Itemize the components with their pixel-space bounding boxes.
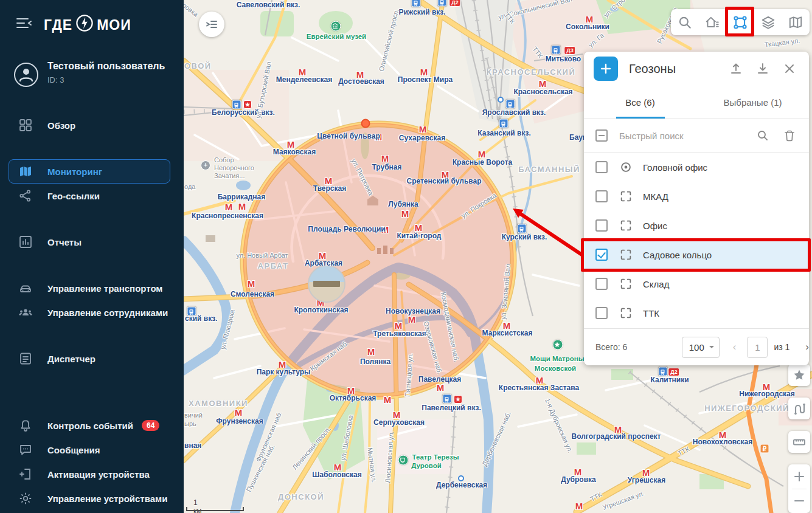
map-label: Московской <box>535 365 576 372</box>
page-size-select[interactable]: 100 <box>682 337 720 358</box>
avatar[interactable] <box>13 62 39 88</box>
map-label: Маяковская <box>273 148 316 156</box>
sidebar-item-5[interactable]: Управление транспортом <box>0 276 184 300</box>
metro-icon: М <box>238 201 246 212</box>
chat-icon <box>18 442 33 457</box>
sidebar-item-3[interactable]: Гео-ссылки <box>0 184 184 208</box>
map-label: Полянка <box>360 357 390 366</box>
favorites-button[interactable] <box>788 364 810 386</box>
map-label: Сретенский бульвар <box>406 177 481 185</box>
tab-all[interactable]: Все (6) <box>584 86 696 119</box>
map-label: КРАСНОСЕЛЬСКИЙ <box>487 67 576 77</box>
search-icon[interactable] <box>755 128 770 143</box>
sidebar-item-label: Управление сотрудниками <box>47 308 168 318</box>
map-label: Нижегородская <box>739 390 795 398</box>
map-label: Баррикадная <box>218 193 266 201</box>
annotation-rect-toolbar <box>725 7 754 36</box>
upload-icon[interactable] <box>729 61 743 76</box>
logo[interactable]: ГДЕ МОИ <box>44 12 131 38</box>
buildings-tool-icon[interactable] <box>704 15 720 30</box>
download-icon[interactable] <box>755 61 770 76</box>
map-label: вичий <box>184 411 203 419</box>
map-label: Менделеевская <box>276 75 332 84</box>
sidebar-item-4[interactable]: Отчеты <box>0 230 184 254</box>
zoom-out-button[interactable] <box>788 489 810 513</box>
ruler-button[interactable] <box>788 431 810 453</box>
geozone-row-2[interactable]: МКАД <box>584 182 809 211</box>
layers-tool-icon[interactable] <box>760 15 776 30</box>
caret-down-icon <box>709 346 714 351</box>
geozone-row-1[interactable]: Головной офис <box>584 153 809 182</box>
bounds-zone-icon <box>619 306 633 320</box>
map-tool-icon[interactable] <box>788 15 803 30</box>
map-label: Новохохловская <box>693 438 753 446</box>
geozone-row-6[interactable]: ТТК <box>584 298 809 328</box>
gear-icon <box>18 491 33 506</box>
sidebar-item-2[interactable]: Мониторинг <box>9 159 170 184</box>
map-label: Краснопресненская <box>192 212 263 220</box>
sidebar-item-1[interactable]: Обзор <box>0 113 184 137</box>
next-page-icon[interactable]: › <box>805 341 809 353</box>
train-station-icon <box>499 119 508 128</box>
map-label: Театр Терезы <box>412 453 459 461</box>
search-tool-icon[interactable] <box>677 15 693 30</box>
geozones-panel: Геозоны Все (6)Выбраные (1) Головной офи… <box>584 52 809 365</box>
map-label: Марксистская <box>482 329 533 337</box>
chart-icon <box>18 235 33 249</box>
row-checkbox[interactable] <box>595 307 608 319</box>
train-station-icon <box>659 367 668 376</box>
geozone-row-5[interactable]: Склад <box>584 269 809 298</box>
map-label: Достоевская <box>338 77 384 86</box>
user-id: ID: 3 <box>47 75 64 84</box>
sidebar-item-10[interactable]: Активация устройства <box>0 462 184 486</box>
map-label: Трубная <box>372 163 401 171</box>
sidebar-item-label: Диспетчер <box>47 354 95 364</box>
sidebar-item-label: Управление устройствами <box>47 494 167 504</box>
map-label: ул. Новый Арбат <box>236 252 288 259</box>
row-checkbox[interactable] <box>595 190 608 202</box>
metro-icon: М <box>478 149 486 159</box>
station-dot-icon <box>498 97 504 103</box>
train-station-icon <box>518 224 527 233</box>
bell-icon <box>18 418 33 433</box>
routes-button[interactable] <box>788 398 810 419</box>
row-checkbox[interactable] <box>595 219 608 232</box>
map-label: Лубянка <box>388 200 418 208</box>
geozone-row-3[interactable]: Офис <box>584 211 809 240</box>
events-count-badge: 64 <box>142 420 159 431</box>
add-geozone-button[interactable] <box>594 57 618 81</box>
metro-icon: М <box>381 153 389 164</box>
panel-tabs: Все (6)Выбраные (1) <box>584 86 809 119</box>
prev-page-icon[interactable]: ‹ <box>733 341 737 353</box>
collapse-list-button[interactable] <box>199 12 224 37</box>
map-label: Зачатия... <box>214 172 245 179</box>
map-label: ХАМОВНИКИ <box>189 399 248 408</box>
map-label: Красные Ворота <box>453 158 512 167</box>
sidebar-item-label: Контроль событий <box>47 421 133 431</box>
sidebar-item-11[interactable]: Управление устройствами <box>0 486 184 511</box>
sidebar-item-7[interactable]: Диспетчер <box>0 346 184 371</box>
sidebar-item-8[interactable]: Контроль событий64 <box>0 413 184 438</box>
zoom-in-button[interactable] <box>788 464 810 489</box>
metro-icon: М <box>384 394 392 405</box>
map-label: Непорочного <box>214 164 254 171</box>
sidebar-item-6[interactable]: Управление сотрудниками <box>0 300 184 325</box>
doc-icon <box>18 351 33 366</box>
tab-selected[interactable]: Выбраные (1) <box>696 86 809 119</box>
sidebar-item-label: Активация устройства <box>47 469 150 480</box>
map-label: Октябрьская <box>330 394 377 402</box>
metro-icon: М <box>415 222 423 233</box>
map-label: Смоленская <box>231 290 274 298</box>
sidebar-collapse-icon[interactable] <box>16 16 33 30</box>
quick-search-input[interactable] <box>618 130 755 142</box>
close-icon[interactable] <box>782 61 797 76</box>
row-checkbox[interactable] <box>595 161 608 173</box>
page-input[interactable]: 1 <box>747 337 768 358</box>
trash-icon[interactable] <box>782 128 797 143</box>
map-label: Собор <box>214 156 234 164</box>
sidebar-item-9[interactable]: Сообщения <box>0 438 184 462</box>
car-icon <box>18 281 33 295</box>
train-station-icon <box>412 0 421 7</box>
row-checkbox[interactable] <box>595 278 608 290</box>
select-all-checkbox[interactable] <box>595 129 608 142</box>
